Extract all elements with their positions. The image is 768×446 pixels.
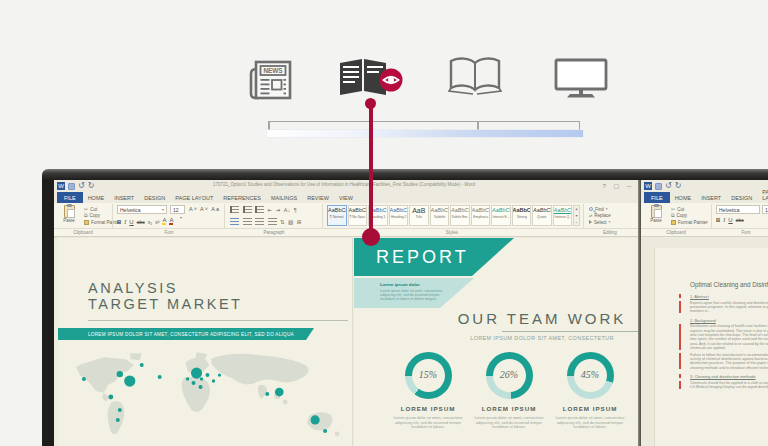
numbered-list-icon[interactable] — [243, 206, 252, 213]
callout-title: Lorem ipsum dolor — [380, 282, 420, 287]
tab-file[interactable]: FILE — [644, 192, 670, 203]
tab-insert[interactable]: INSERT — [696, 192, 726, 203]
redo-icon[interactable]: ↻ — [675, 182, 682, 190]
magazine-eye-icon[interactable] — [338, 57, 404, 101]
style-normal[interactable]: AaBbCc¶ Normal — [327, 205, 347, 226]
bullet-list-icon[interactable] — [230, 206, 239, 213]
tab-design[interactable]: DESIGN — [139, 192, 170, 203]
tab-home[interactable]: HOME — [83, 192, 110, 203]
style-intense-emphasis[interactable]: AaBbCc.Intense E... — [491, 205, 511, 226]
style-subtle-emphasis[interactable]: AaBbCc.Subtle Em... — [450, 205, 470, 226]
shading-icon[interactable]: ▨ — [288, 219, 293, 225]
tab-references[interactable]: REFERENCES — [218, 192, 266, 203]
open-book-icon[interactable] — [446, 56, 504, 96]
paste-button[interactable]: Paste — [59, 205, 79, 223]
strikethrough-button[interactable]: abc — [137, 219, 145, 225]
heading-rule — [88, 320, 348, 321]
format-painter-button[interactable]: Format Painter — [84, 219, 121, 226]
find-icon — [589, 207, 593, 211]
undo-icon[interactable]: ↺ — [665, 182, 672, 190]
replace-icon: ⇄ — [589, 213, 592, 218]
borders-icon[interactable]: ⊞ — [297, 219, 302, 225]
page-cleaning-doc: Optimal Cleaning and Disinfecting 1. Abs… — [654, 248, 768, 446]
italic-button[interactable]: I — [124, 219, 126, 225]
multilevel-list-icon[interactable] — [255, 206, 264, 213]
report-callout: Lorem ipsum dolor Lorem ipsum dolor sit … — [354, 278, 474, 308]
tab-page-layout[interactable]: PAGE LAYOUT — [170, 192, 218, 203]
increase-indent-icon[interactable]: ⇥ — [276, 207, 281, 213]
ribbon: Paste ✂Cut ⧉Copy Format Painter Helvetic… — [641, 203, 768, 229]
tab-insert[interactable]: INSERT — [109, 192, 139, 203]
styles-gallery-scroll[interactable]: ▴▾⌄ — [573, 205, 580, 226]
connector-line — [369, 100, 373, 234]
page-analysis: ANALYSIS TARGET MARKET LOREM IPSUM DOLOR… — [58, 238, 353, 446]
font-name-select[interactable]: Helvetica — [716, 205, 760, 214]
quick-access-toolbar[interactable]: W ↺ ↻ — [57, 182, 94, 190]
font-format-buttons[interactable]: B I U abc — [716, 217, 744, 223]
style-strong[interactable]: AaBbCcStrong — [512, 205, 532, 226]
select-button[interactable]: Select▾ — [589, 219, 611, 226]
font-format-buttons[interactable]: B I U abc x₂ x² A A — [117, 217, 173, 225]
font-size-select[interactable]: 12▾ — [170, 205, 185, 214]
font-name-select[interactable]: Helvetica▾ — [117, 205, 167, 214]
style-emphasis[interactable]: AaBbCc.Emphasis — [471, 205, 491, 226]
strikethrough-button[interactable]: abc — [736, 217, 744, 223]
format-painter-button[interactable]: Format Painter — [671, 219, 708, 226]
align-left-icon[interactable] — [230, 218, 239, 225]
underline-button[interactable]: U — [129, 219, 133, 225]
scale-ruler — [268, 121, 580, 130]
pilcrow-icon[interactable]: ¶ — [294, 207, 297, 213]
line-spacing-icon[interactable]: ⇅ — [280, 219, 285, 225]
style-subtitle[interactable]: AaBbCc.Subtitle — [430, 205, 450, 226]
paragraph-list-buttons[interactable]: ⇤ ⇥ A↓ ¶ — [230, 206, 297, 213]
brush-icon — [84, 220, 89, 225]
align-right-icon[interactable] — [255, 218, 264, 225]
tab-page-layout[interactable]: PAGE LAYOUT — [757, 186, 768, 203]
style-intense-quote[interactable]: AaBbCcIntense Q... — [553, 205, 573, 226]
tab-design[interactable]: DESIGN — [726, 192, 757, 203]
newspaper-icon[interactable]: NEWS — [247, 56, 295, 104]
section-heading: 2. Background — [690, 318, 768, 323]
subscript-button[interactable]: x₂ — [148, 219, 152, 225]
bold-button[interactable]: B — [716, 217, 720, 223]
window-controls[interactable]: ? ▢ ─ — [602, 182, 634, 189]
save-icon[interactable] — [655, 183, 662, 190]
tab-file[interactable]: FILE — [57, 192, 83, 203]
monitor-bezel: W ↺ ↻ 170721_Option1 Studies and Observa… — [42, 169, 768, 446]
quick-access-toolbar[interactable]: W ↺ ↻ — [644, 182, 681, 190]
section-body: Failure to follow the manufacturer's rec… — [690, 353, 768, 371]
team-heading: OUR TEAM WORK — [450, 310, 634, 327]
decrease-indent-icon[interactable]: ⇤ — [268, 207, 273, 213]
font-size-select[interactable]: 11 — [762, 205, 768, 214]
redo-icon[interactable]: ↻ — [88, 182, 95, 190]
tab-home[interactable]: HOME — [670, 192, 697, 203]
sort-icon[interactable]: A↓ — [284, 207, 290, 213]
tab-mailings[interactable]: MAILINGS — [266, 192, 302, 203]
grow-shrink-font-buttons[interactable]: A˄ A˅ Aa — [189, 206, 220, 212]
bold-button[interactable]: B — [117, 219, 121, 225]
clipboard-icon — [651, 205, 662, 218]
font-color-button[interactable]: A — [169, 217, 173, 225]
italic-button[interactable]: I — [723, 217, 725, 223]
superscript-button[interactable]: x² — [155, 219, 159, 225]
word-app-icon: W — [644, 182, 652, 190]
style-heading2[interactable]: AaBbCcHeading 2 — [389, 205, 409, 226]
replace-button[interactable]: ⇄Replace — [589, 213, 611, 220]
donut-panel-2: 26% LOREM IPSUM Lorem ipsum dolor sit am… — [467, 352, 551, 430]
donut-panel-1: 15% LOREM IPSUM Lorem ipsum dolor sit am… — [386, 352, 470, 430]
style-title[interactable]: AaBTitle — [409, 205, 429, 226]
highlight-button[interactable]: A — [162, 217, 166, 225]
paste-button[interactable]: Paste — [646, 205, 666, 223]
underline-button[interactable]: U — [728, 217, 732, 223]
monitor-icon[interactable] — [554, 58, 608, 98]
style-no-spacing[interactable]: AaBbCcI¶ No Spac... — [348, 205, 368, 226]
paragraph-align-buttons[interactable]: ⇅ ▨ ⊞ — [230, 218, 301, 225]
tab-review[interactable]: REVIEW — [302, 192, 334, 203]
tab-view[interactable]: VIEW — [334, 192, 358, 203]
undo-icon[interactable]: ↺ — [78, 182, 85, 190]
save-icon[interactable] — [68, 183, 75, 190]
style-quote[interactable]: AaBbCcQuote — [532, 205, 552, 226]
align-center-icon[interactable] — [243, 218, 252, 225]
justify-icon[interactable] — [268, 218, 277, 225]
section-body: Experts agree that careful cleaning and … — [690, 301, 768, 314]
